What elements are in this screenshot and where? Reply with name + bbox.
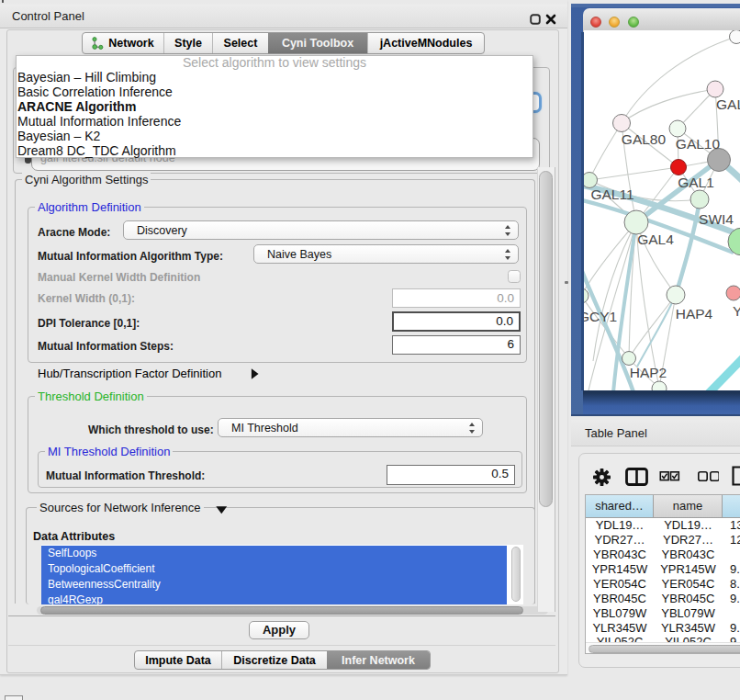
svg-text:HAP2: HAP2 <box>630 365 667 380</box>
svg-text:GAL10: GAL10 <box>676 136 721 152</box>
svg-text:GAL80: GAL80 <box>622 131 667 147</box>
svg-text:GAL11: GAL11 <box>590 186 633 202</box>
svg-text:SWI4: SWI4 <box>699 211 734 227</box>
svg-text:Y: Y <box>733 303 740 319</box>
svg-text:GAL: GAL <box>716 96 740 112</box>
svg-text:GAL1: GAL1 <box>678 175 714 190</box>
svg-text:GAL4: GAL4 <box>637 231 674 247</box>
svg-text:HAP4: HAP4 <box>676 306 713 322</box>
svg-text:GCY1: GCY1 <box>584 309 617 324</box>
